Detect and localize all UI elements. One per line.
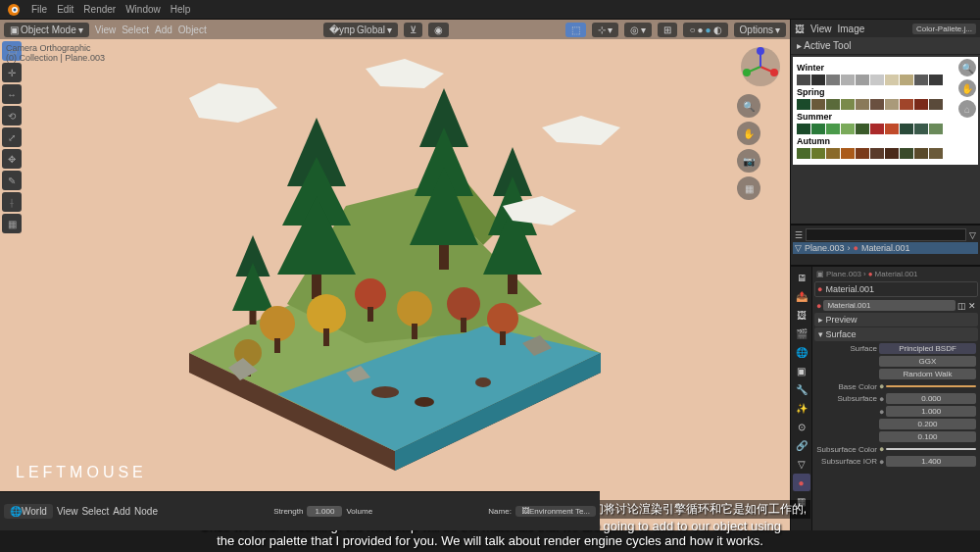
pan-gizmo[interactable]: ✋ (737, 122, 760, 145)
move-tool[interactable]: ↔ (2, 84, 22, 104)
proportional-toggle[interactable]: ◉ (428, 23, 449, 37)
persp-gizmo[interactable]: ▦ (737, 176, 760, 200)
image-editor-header: 🖼 View Image Color-Pallete.j... (791, 20, 980, 37)
overlay-dropdown[interactable]: ◎▾ (624, 23, 652, 37)
filter-icon[interactable]: ▽ (969, 230, 976, 240)
material-name-field[interactable]: ● Material.001 ◫✕ (814, 299, 978, 312)
menu-help[interactable]: Help (171, 4, 191, 15)
ie-view[interactable]: View (810, 24, 832, 34)
tab-modifier[interactable]: 🔧 (793, 380, 810, 398)
annotate-tool[interactable]: ✎ (2, 171, 22, 190)
xray-toggle[interactable]: ⊞ (658, 23, 677, 37)
image-editor: 🖼 View Image Color-Pallete.j... ▸ Active… (791, 20, 980, 226)
ie-pan[interactable]: ✋ (958, 79, 976, 97)
measure-tool[interactable]: ⟊ (2, 192, 22, 212)
se-node[interactable]: Node (134, 506, 158, 517)
addcube-tool[interactable]: ▦ (2, 214, 22, 233)
tab-render[interactable]: 🖥 (793, 269, 810, 286)
camera-gizmo[interactable]: 📷 (737, 149, 760, 173)
radius-x[interactable]: 1.000 (886, 406, 976, 417)
tab-viewlayer[interactable]: 🖼 (793, 306, 810, 324)
tab-output[interactable]: 📤 (793, 287, 810, 305)
hdr-add[interactable]: Add (155, 25, 172, 35)
unlink-icon[interactable]: ✕ (968, 301, 976, 311)
3d-viewport[interactable]: ▣Object Mode▾ View Select Add Object �уп… (0, 20, 790, 530)
basecolor-chip[interactable] (886, 385, 976, 387)
tab-constraint[interactable]: 🔗 (793, 436, 810, 454)
hdr-select[interactable]: Select (122, 25, 149, 35)
ie-zoom[interactable]: 🔍 (958, 59, 976, 76)
swatch (929, 75, 943, 85)
new-icon[interactable]: ◫ (957, 301, 966, 311)
menu-window[interactable]: Window (125, 4, 161, 15)
right-panels: 🖼 View Image Color-Pallete.j... ▸ Active… (790, 20, 980, 530)
name-field[interactable]: 🖼Environment Te... (515, 506, 596, 517)
tab-scene[interactable]: 🎬 (793, 325, 810, 342)
menu-render[interactable]: Render (83, 4, 116, 15)
mat-name-input[interactable]: Material.001 (823, 300, 956, 311)
hdr-view[interactable]: View (95, 25, 117, 35)
se-select[interactable]: Select (81, 506, 109, 517)
blender-logo-icon (6, 2, 22, 18)
shading-modes[interactable]: ○●●◐ (683, 23, 727, 37)
menu-file[interactable]: File (31, 4, 47, 15)
mesh-icon: ▽ (795, 243, 802, 253)
preview-panel-header[interactable]: ▸ Preview (814, 313, 978, 326)
tab-data[interactable]: ▽ (793, 455, 810, 473)
sss-method-select[interactable]: Random Walk (879, 369, 976, 379)
swatch (929, 124, 943, 134)
swatch (826, 75, 840, 85)
orientation-select[interactable]: �упрGlobal▾ (323, 23, 398, 37)
ie-home[interactable]: ⌂ (958, 100, 976, 118)
subsurf-value[interactable]: 0.000 (886, 393, 976, 404)
zoom-gizmo[interactable]: 🔍 (737, 94, 760, 118)
cam-line2: (0) Collection | Plane.003 (6, 53, 105, 63)
ssior-value[interactable]: 1.400 (886, 456, 976, 467)
world-select[interactable]: 🌐World (4, 504, 53, 519)
svg-point-36 (355, 278, 386, 310)
tab-material[interactable]: ● (793, 474, 810, 491)
material-icon: ● (854, 243, 858, 253)
gizmo-dropdown[interactable]: ⊹▾ (592, 23, 618, 37)
tab-world[interactable]: 🌐 (793, 343, 810, 361)
active-tool-panel[interactable]: ▸ Active Tool (791, 37, 980, 55)
material-slot-list[interactable]: ●Material.001 (814, 281, 978, 297)
tab-particle[interactable]: ✨ (793, 399, 810, 417)
surface-panel-header[interactable]: ▾ Surface (814, 327, 978, 341)
transform-tool[interactable]: ✥ (2, 149, 22, 169)
scale-tool[interactable]: ⤢ (2, 127, 22, 147)
se-add[interactable]: Add (113, 506, 130, 517)
hdr-object[interactable]: Object (178, 25, 207, 35)
tab-object[interactable]: ▣ (793, 362, 810, 379)
cam-line1: Camera Orthographic (6, 43, 105, 53)
swatch (826, 148, 840, 159)
gizmo-icon: ⊹ (598, 25, 606, 35)
material-panel: ▣Plane.003 › ●Material.001 ●Material.001… (812, 267, 980, 530)
outliner-item[interactable]: ▽Plane.003 › ●Material.001 (793, 242, 978, 254)
distribution-select[interactable]: GGX (879, 356, 976, 367)
options-dropdown[interactable]: Options▾ (734, 23, 786, 37)
strength-value[interactable]: 1.000 (307, 506, 342, 517)
mode-select[interactable]: ▣Object Mode▾ (4, 23, 89, 37)
preview-label: Preview (826, 315, 858, 325)
se-view[interactable]: View (57, 506, 78, 517)
surface-shader[interactable]: Principled BSDF (879, 343, 976, 354)
sscolor-chip[interactable] (886, 448, 976, 450)
tab-physics[interactable]: ⊙ (793, 418, 810, 435)
select-vis-toggle[interactable]: ⬚ (565, 23, 586, 37)
cursor-tool[interactable]: ✛ (2, 63, 22, 82)
image-file-select[interactable]: Color-Pallete.j... (912, 24, 976, 34)
axis-gizmo[interactable] (737, 43, 784, 90)
menu-edit[interactable]: Edit (57, 4, 74, 15)
rotate-tool[interactable]: ⟲ (2, 106, 22, 125)
radius-z[interactable]: 0.100 (879, 431, 976, 442)
active-tool-label: Active Tool (804, 40, 851, 51)
svg-point-40 (447, 287, 480, 321)
svg-rect-37 (368, 307, 373, 322)
outliner-search[interactable] (806, 228, 966, 241)
radius-y[interactable]: 0.200 (879, 419, 976, 429)
properties-tabs: 🖥 📤 🖼 🎬 🌐 ▣ 🔧 ✨ ⊙ 🔗 ▽ ● ▦ (791, 267, 812, 530)
snap-toggle[interactable]: ⊻ (404, 23, 422, 37)
orient-label: Global (357, 25, 385, 35)
ie-image[interactable]: Image (838, 24, 865, 34)
